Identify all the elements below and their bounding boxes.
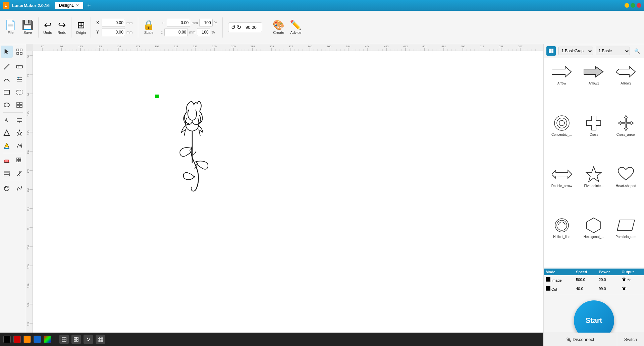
align-bottom-button[interactable] [71,335,81,344]
svg-text:288: 288 [27,283,30,288]
layer-row-image[interactable]: Image 500.0 20.0 👁👁 [544,275,644,284]
y-input[interactable] [102,28,125,36]
align-tool[interactable] [13,73,25,85]
main-toolbar: 📄 File 💾 Save ↩ Undo ↪ Redo ⊞ Origin X m… [0,11,644,44]
image-visibility-toggle[interactable]: 👁 [622,277,627,282]
grid-tool[interactable] [13,99,25,111]
layer-row-cut[interactable]: Cut 40.0 99.0 👁 [544,284,644,293]
col-mode: Mode [544,269,574,275]
erase-tool[interactable] [1,155,13,167]
svg-rect-17 [20,102,22,105]
select-tool[interactable] [1,46,13,58]
shape-header-icon[interactable] [546,46,556,56]
cut-visibility-toggle[interactable]: 👁 [622,286,627,291]
shape-item-five-point[interactable]: Five-pointe... [579,164,609,213]
text-align-tool[interactable]: A [13,114,25,126]
special-tool[interactable] [1,182,13,194]
shape-item-cross[interactable]: Cross [579,113,609,161]
height-pct-input[interactable] [197,28,210,36]
cut-power[interactable]: 99.0 [597,284,620,293]
create-button[interactable]: 🎨 Create [271,19,286,36]
disconnect-label: Disconnect [573,337,594,342]
rotate-bottom-button[interactable]: ↻ [84,335,93,344]
shape-item-concentric[interactable]: Concentric_... [547,113,577,161]
drawing-canvas[interactable] [33,51,543,333]
shape-item-parallelogram[interactable]: Parallelogram [611,215,641,264]
width-pct-input[interactable] [199,19,213,27]
rotate-cw-button[interactable]: ↻ [237,24,241,31]
image-speed[interactable]: 500.0 [574,275,597,284]
image-power[interactable]: 20.0 [597,275,620,284]
ellipse-tool[interactable] [1,99,13,111]
rotation-input[interactable] [243,25,259,30]
canvas-area[interactable]: 7796115135154173192211231250269288308327… [26,44,543,346]
fill-tool[interactable] [1,139,13,152]
color-black[interactable] [3,336,11,343]
line-tool[interactable] [1,61,13,73]
category-dropdown[interactable]: 1.Basic [596,47,630,55]
shape-item-helical[interactable]: Helical_line [547,215,577,264]
svg-rect-36 [4,171,9,173]
tab-close-icon[interactable]: ✕ [76,3,79,8]
rose-image[interactable] [155,96,229,194]
library-dropdown[interactable]: 1.BasicGrap [558,47,593,55]
height-input[interactable] [164,28,188,36]
grid-bottom-button[interactable] [96,335,105,344]
shape-item-arrow[interactable]: Arrow [547,61,577,110]
file-button[interactable]: 📄 File [3,19,18,36]
shape-item-double-arrow[interactable]: Double_arrow [547,164,577,213]
window-close[interactable] [637,3,641,8]
save-button[interactable]: 💾 Save [20,19,36,36]
svg-rect-231 [549,49,551,51]
array-tool[interactable] [13,155,25,167]
x-input[interactable] [102,19,125,27]
svg-rect-31 [19,158,21,160]
color-orange[interactable] [23,336,31,343]
toolbar-divider-2 [71,17,71,38]
curve-tool[interactable] [1,73,13,85]
scale-button[interactable]: 🔒 Scale [141,19,157,36]
shape2-tool[interactable] [13,127,25,139]
shape-item-arrow1[interactable]: Arrow1 [579,61,609,110]
node-tool[interactable] [13,46,25,58]
svg-text:135: 135 [27,130,30,135]
shape-item-hexagonal[interactable]: Hexagonal_... [579,215,609,264]
text-tool[interactable]: A [1,114,13,126]
svg-rect-260 [98,340,99,342]
height-pct-unit: % [212,30,215,34]
color-red[interactable] [13,336,21,343]
svg-text:192: 192 [27,188,30,192]
add-tab-button[interactable]: + [87,2,91,9]
design-tab[interactable]: Design1 ✕ [55,2,83,9]
switch-button[interactable]: Switch [617,333,644,346]
svg-rect-254 [98,337,99,338]
shape-tool[interactable] [1,127,13,139]
rect-tool[interactable] [1,86,13,98]
slant-tool[interactable] [13,167,25,179]
undo-button[interactable]: ↩ Undo [41,19,54,36]
disconnect-button[interactable]: 🔌 Disconnect [543,333,617,346]
window-maximize[interactable] [631,3,635,8]
select-bottom-button[interactable] [59,335,69,344]
shape-item-arrow2[interactable]: Arrow2 [611,61,641,110]
shape-label-concentric: Concentric_... [551,133,572,136]
rect-cut-tool[interactable] [13,86,25,98]
origin-button[interactable]: ⊞ Origin [74,19,88,36]
trace-tool[interactable] [13,139,25,152]
window-minimize[interactable] [625,3,629,8]
cut-tool[interactable] [13,61,25,73]
svg-rect-5 [20,52,22,54]
svg-rect-18 [17,105,19,108]
effect-tool[interactable] [13,182,25,194]
rotate-ccw-button[interactable]: ↺ [231,24,235,31]
search-button[interactable]: 🔍 [633,47,641,55]
layer-tool[interactable] [1,167,13,179]
redo-button[interactable]: ↪ Redo [55,19,68,36]
width-input[interactable] [167,19,190,27]
advice-button[interactable]: ✏️ Advice [288,19,304,36]
color-blue[interactable] [34,336,41,343]
shape-item-heart[interactable]: Heart-shaped [611,164,641,213]
shape-item-cross-arrow[interactable]: Cross_arrow [611,113,641,161]
cut-speed[interactable]: 40.0 [574,284,597,293]
color-multi[interactable] [44,336,51,343]
